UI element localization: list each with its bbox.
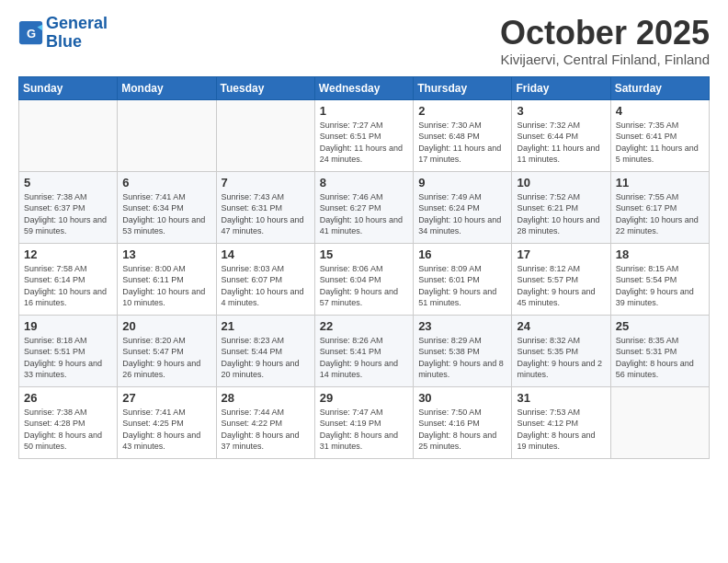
day-info: Sunrise: 8:32 AM Sunset: 5:35 PM Dayligh… [517, 335, 605, 381]
week-row-1: 1Sunrise: 7:27 AM Sunset: 6:51 PM Daylig… [19, 99, 710, 171]
logo-text: General Blue [46, 15, 108, 52]
logo-line1: General [46, 14, 108, 32]
day-cell-w5-d7 [610, 386, 709, 458]
day-number: 10 [517, 176, 605, 190]
day-number: 12 [24, 247, 112, 261]
day-cell-w3-d4: 15Sunrise: 8:06 AM Sunset: 6:04 PM Dayli… [314, 243, 413, 315]
day-info: Sunrise: 7:35 AM Sunset: 6:41 PM Dayligh… [616, 120, 704, 166]
col-saturday: Saturday [610, 76, 709, 99]
day-cell-w2-d6: 10Sunrise: 7:52 AM Sunset: 6:21 PM Dayli… [512, 171, 610, 243]
day-info: Sunrise: 8:29 AM Sunset: 5:38 PM Dayligh… [418, 335, 506, 381]
col-thursday: Thursday [414, 76, 512, 99]
day-cell-w5-d5: 30Sunrise: 7:50 AM Sunset: 4:16 PM Dayli… [414, 386, 512, 458]
day-cell-w5-d6: 31Sunrise: 7:53 AM Sunset: 4:12 PM Dayli… [512, 386, 610, 458]
month-title: October 2025 [500, 15, 710, 52]
col-tuesday: Tuesday [216, 76, 314, 99]
day-number: 7 [222, 176, 310, 190]
day-info: Sunrise: 8:35 AM Sunset: 5:31 PM Dayligh… [616, 335, 704, 381]
day-info: Sunrise: 7:32 AM Sunset: 6:44 PM Dayligh… [517, 120, 605, 166]
day-cell-w2-d2: 6Sunrise: 7:41 AM Sunset: 6:34 PM Daylig… [118, 171, 216, 243]
day-cell-w3-d3: 14Sunrise: 8:03 AM Sunset: 6:07 PM Dayli… [216, 243, 314, 315]
day-number: 9 [418, 176, 506, 190]
day-cell-w5-d3: 28Sunrise: 7:44 AM Sunset: 4:22 PM Dayli… [216, 386, 314, 458]
day-info: Sunrise: 7:44 AM Sunset: 4:22 PM Dayligh… [222, 407, 310, 453]
day-number: 8 [320, 176, 408, 190]
day-cell-w4-d6: 24Sunrise: 8:32 AM Sunset: 5:35 PM Dayli… [512, 315, 610, 386]
day-info: Sunrise: 7:53 AM Sunset: 4:12 PM Dayligh… [517, 407, 605, 453]
day-cell-w3-d5: 16Sunrise: 8:09 AM Sunset: 6:01 PM Dayli… [414, 243, 512, 315]
day-info: Sunrise: 7:30 AM Sunset: 6:48 PM Dayligh… [418, 120, 506, 166]
day-number: 25 [616, 319, 704, 333]
day-number: 3 [517, 104, 605, 118]
day-cell-w3-d6: 17Sunrise: 8:12 AM Sunset: 5:57 PM Dayli… [512, 243, 610, 315]
day-number: 30 [418, 391, 506, 405]
day-cell-w1-d4: 1Sunrise: 7:27 AM Sunset: 6:51 PM Daylig… [314, 99, 413, 171]
day-cell-w2-d1: 5Sunrise: 7:38 AM Sunset: 6:37 PM Daylig… [19, 171, 118, 243]
day-number: 2 [418, 104, 506, 118]
day-cell-w4-d2: 20Sunrise: 8:20 AM Sunset: 5:47 PM Dayli… [118, 315, 216, 386]
day-cell-w5-d1: 26Sunrise: 7:38 AM Sunset: 4:28 PM Dayli… [19, 386, 118, 458]
day-number: 4 [616, 104, 704, 118]
day-info: Sunrise: 7:52 AM Sunset: 6:21 PM Dayligh… [517, 191, 605, 237]
day-info: Sunrise: 7:38 AM Sunset: 4:28 PM Dayligh… [24, 407, 112, 453]
day-info: Sunrise: 7:46 AM Sunset: 6:27 PM Dayligh… [320, 191, 408, 237]
day-cell-w1-d1 [19, 99, 118, 171]
day-number: 1 [320, 104, 408, 118]
day-info: Sunrise: 7:50 AM Sunset: 4:16 PM Dayligh… [418, 407, 506, 453]
day-cell-w1-d7: 4Sunrise: 7:35 AM Sunset: 6:41 PM Daylig… [610, 99, 709, 171]
day-number: 11 [616, 176, 704, 190]
day-cell-w4-d4: 22Sunrise: 8:26 AM Sunset: 5:41 PM Dayli… [314, 315, 413, 386]
day-info: Sunrise: 8:15 AM Sunset: 5:54 PM Dayligh… [616, 263, 704, 309]
day-number: 21 [222, 319, 310, 333]
day-number: 22 [320, 319, 408, 333]
day-info: Sunrise: 7:41 AM Sunset: 6:34 PM Dayligh… [122, 191, 210, 237]
day-number: 6 [122, 176, 210, 190]
logo: G General Blue [18, 15, 108, 52]
location: Kivijaervi, Central Finland, Finland [500, 52, 710, 67]
day-cell-w1-d2 [118, 99, 216, 171]
day-info: Sunrise: 8:00 AM Sunset: 6:11 PM Dayligh… [122, 263, 210, 309]
col-monday: Monday [118, 76, 216, 99]
header-row: Sunday Monday Tuesday Wednesday Thursday… [19, 76, 710, 99]
day-number: 14 [222, 247, 310, 261]
week-row-4: 19Sunrise: 8:18 AM Sunset: 5:51 PM Dayli… [19, 315, 710, 386]
week-row-5: 26Sunrise: 7:38 AM Sunset: 4:28 PM Dayli… [19, 386, 710, 458]
day-info: Sunrise: 7:38 AM Sunset: 6:37 PM Dayligh… [24, 191, 112, 237]
day-cell-w4-d7: 25Sunrise: 8:35 AM Sunset: 5:31 PM Dayli… [610, 315, 709, 386]
day-number: 27 [122, 391, 210, 405]
day-info: Sunrise: 8:09 AM Sunset: 6:01 PM Dayligh… [418, 263, 506, 309]
day-cell-w2-d7: 11Sunrise: 7:55 AM Sunset: 6:17 PM Dayli… [610, 171, 709, 243]
day-number: 29 [320, 391, 408, 405]
day-info: Sunrise: 8:26 AM Sunset: 5:41 PM Dayligh… [320, 335, 408, 381]
day-number: 15 [320, 247, 408, 261]
day-info: Sunrise: 8:03 AM Sunset: 6:07 PM Dayligh… [222, 263, 310, 309]
day-info: Sunrise: 7:27 AM Sunset: 6:51 PM Dayligh… [320, 120, 408, 166]
day-info: Sunrise: 7:47 AM Sunset: 4:19 PM Dayligh… [320, 407, 408, 453]
day-cell-w1-d5: 2Sunrise: 7:30 AM Sunset: 6:48 PM Daylig… [414, 99, 512, 171]
day-info: Sunrise: 8:12 AM Sunset: 5:57 PM Dayligh… [517, 263, 605, 309]
day-cell-w5-d2: 27Sunrise: 7:41 AM Sunset: 4:25 PM Dayli… [118, 386, 216, 458]
day-info: Sunrise: 7:43 AM Sunset: 6:31 PM Dayligh… [222, 191, 310, 237]
logo-icon: G [18, 20, 44, 46]
day-cell-w5-d4: 29Sunrise: 7:47 AM Sunset: 4:19 PM Dayli… [314, 386, 413, 458]
day-cell-w1-d6: 3Sunrise: 7:32 AM Sunset: 6:44 PM Daylig… [512, 99, 610, 171]
day-info: Sunrise: 8:18 AM Sunset: 5:51 PM Dayligh… [24, 335, 112, 381]
col-friday: Friday [512, 76, 610, 99]
day-info: Sunrise: 7:58 AM Sunset: 6:14 PM Dayligh… [24, 263, 112, 309]
day-info: Sunrise: 8:06 AM Sunset: 6:04 PM Dayligh… [320, 263, 408, 309]
day-cell-w2-d5: 9Sunrise: 7:49 AM Sunset: 6:24 PM Daylig… [414, 171, 512, 243]
calendar-table: Sunday Monday Tuesday Wednesday Thursday… [18, 76, 710, 459]
day-info: Sunrise: 8:20 AM Sunset: 5:47 PM Dayligh… [122, 335, 210, 381]
day-number: 13 [122, 247, 210, 261]
day-number: 28 [222, 391, 310, 405]
day-number: 23 [418, 319, 506, 333]
day-info: Sunrise: 7:41 AM Sunset: 4:25 PM Dayligh… [122, 407, 210, 453]
day-number: 5 [24, 176, 112, 190]
day-cell-w1-d3 [216, 99, 314, 171]
day-number: 16 [418, 247, 506, 261]
day-cell-w2-d3: 7Sunrise: 7:43 AM Sunset: 6:31 PM Daylig… [216, 171, 314, 243]
day-number: 31 [517, 391, 605, 405]
svg-text:G: G [27, 26, 36, 40]
page: G General Blue October 2025 Kivijaervi, … [0, 0, 728, 468]
day-number: 17 [517, 247, 605, 261]
